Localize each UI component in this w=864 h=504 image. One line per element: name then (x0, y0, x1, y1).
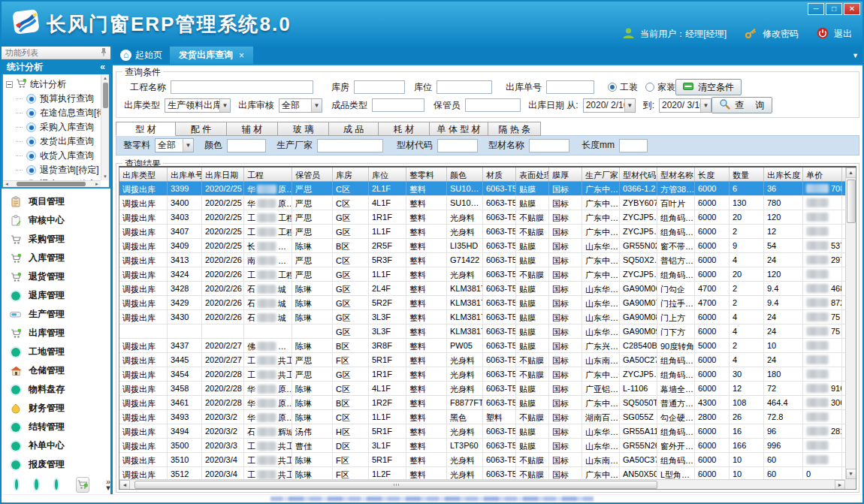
tab-close-icon[interactable]: × (239, 50, 244, 61)
table-row[interactable]: 调拨出库34942020/3/2石辉城汤伟H区5R1F整料光身料6063-T5贴… (119, 424, 856, 439)
date-from-select[interactable]: 2020/ 2/16▼ (583, 98, 636, 113)
menu-group-item[interactable]: 出库管理 (2, 324, 110, 343)
column-header[interactable]: 生产厂家 (582, 167, 620, 181)
length-input[interactable] (619, 139, 648, 152)
grid-horizontal-scrollbar[interactable]: ◄ ► (119, 479, 845, 489)
table-row[interactable]: 调拨出库34242020/2/26工工程严思G区1L1F整料光身料6063-T5… (119, 267, 856, 282)
date-to-select[interactable]: 2020/ 3/16▼ (659, 98, 711, 113)
menu-group-item[interactable]: 结转管理 (2, 418, 110, 436)
whole-piece-select[interactable]: 全部▼ (155, 138, 194, 152)
maximize-button[interactable]: □ (826, 3, 842, 15)
column-header[interactable]: 工程 (244, 167, 292, 181)
location-input[interactable] (437, 80, 492, 94)
column-header[interactable]: 膜厚 (549, 167, 582, 181)
table-row[interactable]: 调拨出库34452020/2/27工共工程严思F区5R1F整料光身料6063-T… (119, 353, 856, 367)
material-tab[interactable]: 成 品 (329, 122, 379, 136)
tree-item[interactable]: 收货入库查询 (6, 149, 109, 163)
material-tab[interactable]: 型 材 (116, 122, 176, 136)
menu-group-item[interactable]: 仓储管理 (2, 361, 110, 380)
sidebar-section-statistics[interactable]: 统计分析 « (2, 59, 110, 74)
menu-group-item[interactable]: 报废管理 (2, 455, 110, 474)
menu-group-item[interactable]: 生产管理 (2, 305, 110, 324)
table-row[interactable]: 调拨出库34282020/2/26石城陈琳G区2L4F整料KLM38176063… (119, 282, 856, 296)
menu-group-item[interactable]: 工地管理 (2, 343, 110, 361)
change-password-link[interactable]: 修改密码 (763, 28, 799, 41)
manufacturer-input[interactable] (317, 139, 383, 152)
table-row[interactable]: 调拨出库34032020/2/25工工程严思G区1R1F整料光身料6063-T5… (119, 210, 856, 225)
table-row[interactable]: 调拨出库35002020/3/3工共工程曹佳D区3L1F整料LT3P606063… (119, 439, 856, 453)
radio-home[interactable] (645, 83, 654, 92)
out-type-select[interactable]: 生产领料出库▼ (165, 98, 231, 113)
scroll-down-icon[interactable]: ▼ (846, 469, 856, 479)
order-no-input[interactable] (546, 80, 594, 94)
tree-horizontal-scrollbar[interactable]: ◄ ► (3, 180, 101, 187)
tree-item[interactable]: 退货查询[待定] (6, 163, 109, 177)
column-header[interactable]: 库房 (333, 167, 369, 181)
column-header[interactable]: 材质 (483, 167, 516, 181)
table-row[interactable]: 调拨出库34302020/2/26石城陈琳G区3L3F整料KLM38176063… (119, 310, 856, 324)
table-row[interactable]: 调拨出库34132020/2/26南…严思C区5R3F整料G714226063-… (119, 253, 856, 267)
circle-icon[interactable] (15, 479, 18, 490)
clear-conditions-button[interactable]: 清空条件 (675, 79, 742, 95)
menu-group-item[interactable]: 退货管理 (2, 267, 110, 286)
column-header[interactable]: 出库单号 (168, 167, 202, 181)
table-row[interactable]: 调拨出库34612020/2/28华原…陈琳B区1R2F整料F8877FT606… (119, 396, 856, 410)
scroll-up-icon[interactable]: ▲ (846, 167, 856, 178)
table-row[interactable]: 调拨出库34372020/2/27佛…陈琳B区3R8F整料PW056063-T5… (119, 339, 856, 353)
pin-icon[interactable] (101, 47, 107, 58)
table-row[interactable]: 调拨出库34582020/2/28华原…陈琳C区4L1F整料光身料6063-T5… (119, 382, 856, 396)
material-tab[interactable]: 配 件 (176, 122, 227, 136)
scroll-left-icon[interactable]: ◄ (3, 182, 11, 186)
tree-item[interactable]: 发货出库查询 (6, 134, 109, 149)
scroll-up-icon[interactable]: ▲ (103, 74, 107, 82)
search-button[interactable]: 查 询 (711, 97, 772, 113)
table-row[interactable]: 调拨出库34002020/2/25华原…严思C区4L1F整料SU10…6063-… (119, 196, 856, 210)
menu-group-item[interactable]: 采购管理 (2, 230, 110, 249)
table-row[interactable]: 调拨出库33992020/2/25华原…严思C区2L1F整料SU10…6063-… (119, 182, 856, 196)
table-row[interactable]: 调拨出库35102020/3/4工共工程陈琳F区5R1F整料光身料6063-T5… (119, 453, 856, 467)
circle-icon[interactable] (35, 479, 38, 490)
material-tab[interactable]: 辅 材 (227, 122, 278, 136)
circle-icon[interactable] (55, 479, 58, 490)
column-header[interactable]: 出库日期 (202, 167, 244, 181)
scroll-down-icon[interactable]: ▼ (103, 173, 107, 180)
scroll-left-icon[interactable]: ◄ (119, 480, 130, 490)
menu-group-item[interactable]: 入库管理 (2, 249, 110, 267)
color-input[interactable] (227, 139, 266, 152)
table-row[interactable]: 调拨出库34092020/2/25长…陈琳B区2R5F整料LI35HD6063-… (119, 239, 856, 253)
tab-list-caret-icon[interactable]: ▼ (852, 52, 859, 59)
close-button[interactable]: ✕ (844, 3, 860, 15)
table-row[interactable]: G区3L3F整料KLM38176063-T5贴膜国标山东华…GA90M09…门下… (119, 324, 856, 339)
cart-button[interactable] (76, 477, 89, 493)
column-header[interactable]: 单价 (803, 167, 842, 181)
scrollbar-thumb[interactable] (17, 182, 86, 186)
column-header[interactable]: 型材代码 (620, 167, 657, 181)
radio-engineering[interactable] (608, 83, 617, 92)
scroll-right-icon[interactable]: ► (93, 182, 101, 186)
audit-select[interactable]: 全部▼ (279, 98, 322, 113)
logout-link[interactable]: 退出 (834, 28, 852, 41)
tab-home[interactable]: ⌂ 起始页 (113, 47, 170, 64)
column-header[interactable]: 出库长度 (764, 167, 803, 181)
tree-item[interactable]: 预算执行查询 (6, 92, 109, 106)
menu-group-item[interactable]: 项目管理 (2, 192, 110, 211)
column-header[interactable]: 保管员 (292, 167, 333, 181)
collapse-icon[interactable]: « (100, 62, 105, 72)
material-tab[interactable]: 单 体 型 材 (430, 122, 488, 136)
tree-vertical-scrollbar[interactable]: ▲ ▼ (101, 74, 109, 180)
material-tab[interactable]: 隔 热 条 (488, 122, 541, 136)
material-tab[interactable]: 耗 材 (379, 122, 430, 136)
column-header[interactable]: 整零料 (406, 167, 447, 181)
profile-name-input[interactable] (529, 139, 569, 152)
menu-group-item[interactable]: 退库管理 (2, 286, 110, 305)
column-header[interactable]: 型材名称 (657, 167, 695, 181)
menu-group-item[interactable]: 物料盘存 (2, 380, 110, 399)
table-row[interactable]: 调拨出库34542020/2/28工共工程严思G区1R1F整料光身料6063-T… (119, 367, 856, 382)
menu-group-item[interactable]: 补单中心 (2, 436, 110, 455)
scroll-right-icon[interactable]: ► (835, 480, 845, 490)
profile-code-input[interactable] (437, 139, 478, 152)
menu-group-item[interactable]: 审核中心 (2, 211, 110, 230)
column-header[interactable]: 库位 (369, 167, 406, 181)
scrollbar-thumb[interactable] (847, 180, 856, 223)
tree-expander-icon[interactable] (6, 81, 13, 88)
